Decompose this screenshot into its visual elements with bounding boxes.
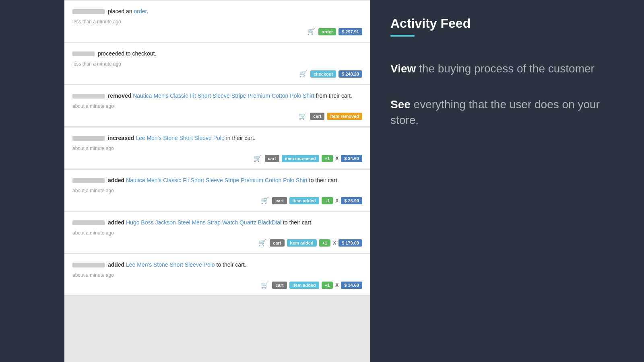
user-avatar-5 [72, 178, 105, 183]
feed-item-2-timestamp: less than a minute ago [72, 61, 362, 67]
badge-plus-6: +1 [319, 239, 331, 247]
feed-item-6-footer: 🛒 cart item added +1 X $ 179.00 [72, 239, 362, 247]
x-sep-6: X [333, 240, 336, 246]
feed-item-7-action: added [108, 261, 126, 268]
feed-item-5-suffix: to their cart. [308, 177, 339, 183]
feed-item-3-link[interactable]: Nautica Men's Classic Fit Short Sleeve S… [133, 93, 314, 99]
feed-item-1-text: placed an order. [72, 7, 362, 16]
promo-text-view: View the buying process of the customer [390, 61, 624, 76]
feed-item-2-text: proceeded to checkout. [72, 49, 362, 58]
feed-item-5-link[interactable]: Nautica Men's Classic Fit Short Sleeve S… [126, 177, 308, 183]
feed-item-4-text: increased Lee Men's Stone Short Sleeve P… [72, 134, 362, 142]
x-sep-4: X [335, 156, 339, 161]
badge-order-1: order [318, 28, 336, 35]
badge-price-5: $ 26.90 [341, 197, 362, 204]
user-avatar-6 [72, 220, 105, 225]
badge-increased-4: item increased [282, 155, 319, 162]
feed-item-1-action: placed an [108, 8, 134, 14]
badge-checkout-2: checkout [310, 70, 336, 78]
cart-icon-6: 🛒 [258, 239, 266, 247]
cart-icon-5: 🛒 [261, 197, 269, 204]
feed-item-3-footer: 🛒 cart item removed [72, 112, 362, 120]
badge-price-4: $ 34.60 [341, 155, 362, 162]
feed-item-6-text: added Hugo Boss Jackson Steel Mens Strap… [72, 218, 362, 227]
badge-cart-7: cart [272, 282, 287, 289]
feed-item-5-text: added Nautica Men's Classic Fit Short Sl… [72, 176, 362, 185]
feed-item-7-footer: 🛒 cart item added +1 X $ 34.60 [72, 281, 362, 289]
feed-item-5-timestamp: about a minute ago [72, 188, 362, 193]
feed-item-3-action: removed [108, 93, 133, 99]
feed-item-6-link[interactable]: Hugo Boss Jackson Steel Mens Strap Watch… [126, 219, 281, 226]
promo-rest-view: the buying process of the customer [416, 62, 594, 75]
user-avatar-1 [72, 9, 105, 14]
badge-removed-3: item removed [327, 113, 362, 120]
badge-price-1: $ 297.91 [339, 28, 362, 35]
cart-icon-3: 🛒 [299, 112, 307, 120]
feed-item-4-timestamp: about a minute ago [72, 146, 362, 151]
feed-item-3-text: removed Nautica Men's Classic Fit Short … [72, 92, 362, 100]
feed-item-6-action: added [108, 219, 126, 226]
feed-item-6: added Hugo Boss Jackson Steel Mens Strap… [64, 212, 370, 253]
right-panel: Activity Feed View the buying process of… [370, 0, 644, 362]
user-avatar-7 [72, 263, 105, 267]
feed-item-6-timestamp: about a minute ago [72, 230, 362, 236]
user-avatar-4 [72, 136, 105, 141]
feed-item-7-text: added Lee Men's Stone Short Sleeve Polo … [72, 261, 362, 269]
feed-item-7: added Lee Men's Stone Short Sleeve Polo … [64, 254, 370, 296]
badge-added-5: item added [289, 197, 319, 204]
feed-item-1-footer: 🛒 order $ 297.91 [72, 28, 362, 35]
feed-item-7-suffix: to their cart. [215, 261, 246, 268]
feed-item-5-action: added [108, 177, 126, 183]
badge-plus-4: +1 [322, 155, 333, 162]
promo-text-see: See everything that the user does on you… [390, 97, 624, 128]
promo-rest-see: everything that the user does on your st… [390, 98, 600, 126]
badge-added-7: item added [289, 282, 319, 289]
promo-strong-see: See [390, 98, 411, 111]
promo-block-see: See everything that the user does on you… [390, 97, 624, 128]
badge-cart-4: cart [265, 155, 279, 162]
cart-icon-4: 🛒 [254, 154, 262, 162]
feed-item-5: added Nautica Men's Classic Fit Short Sl… [64, 170, 370, 211]
feed-item-6-suffix: to their cart. [281, 219, 313, 226]
feed-item-5-footer: 🛒 cart item added +1 X $ 26.90 [72, 197, 362, 204]
activity-feed-title: Activity Feed [390, 16, 624, 31]
feed-item-1-link[interactable]: order [134, 8, 147, 14]
feed-item-1: placed an order. less than a minute ago … [64, 1, 370, 42]
x-sep-5: X [335, 198, 339, 204]
badge-added-6: item added [287, 239, 317, 247]
feed-item-4: increased Lee Men's Stone Short Sleeve P… [64, 128, 370, 169]
badge-cart-3: cart [310, 113, 324, 120]
badge-price-7: $ 34.60 [341, 282, 362, 289]
feed-item-2-action: proceeded to checkout. [98, 50, 157, 57]
feed-container: placed an order. less than a minute ago … [64, 0, 370, 362]
feed-item-1-timestamp: less than a minute ago [72, 19, 362, 25]
badge-cart-5: cart [272, 197, 287, 204]
user-avatar-2 [72, 51, 95, 56]
title-underline [390, 35, 415, 37]
feed-item-7-link[interactable]: Lee Men's Stone Short Sleeve Polo [126, 261, 215, 268]
feed-item-7-timestamp: about a minute ago [72, 272, 362, 278]
badge-cart-6: cart [270, 239, 284, 247]
feed-item-3-suffix: from their cart. [314, 93, 352, 99]
cart-icon-2: 🛒 [299, 70, 307, 78]
badge-plus-7: +1 [322, 282, 333, 289]
badge-price-2: $ 248.20 [339, 70, 362, 78]
badge-plus-5: +1 [322, 197, 333, 204]
left-spacer [0, 0, 64, 362]
feed-item-2: proceeded to checkout. less than a minut… [64, 43, 370, 84]
feed-item-4-footer: 🛒 cart item increased +1 X $ 34.60 [72, 154, 362, 162]
promo-strong-view: View [390, 62, 416, 75]
feed-item-3-timestamp: about a minute ago [72, 103, 362, 109]
cart-icon-7: 🛒 [261, 281, 269, 289]
feed-item-4-link[interactable]: Lee Men's Stone Short Sleeve Polo [136, 135, 225, 141]
badge-price-6: $ 179.00 [339, 239, 362, 247]
promo-block-view: View the buying process of the customer [390, 61, 624, 76]
cart-icon-1: 🛒 [307, 28, 315, 35]
feed-item-3: removed Nautica Men's Classic Fit Short … [64, 85, 370, 127]
feed-item-4-suffix: in their cart. [225, 135, 256, 141]
feed-item-2-footer: 🛒 checkout $ 248.20 [72, 70, 362, 78]
feed-item-4-action: increased [108, 135, 136, 141]
user-avatar-3 [72, 94, 105, 99]
x-sep-7: X [335, 282, 339, 288]
